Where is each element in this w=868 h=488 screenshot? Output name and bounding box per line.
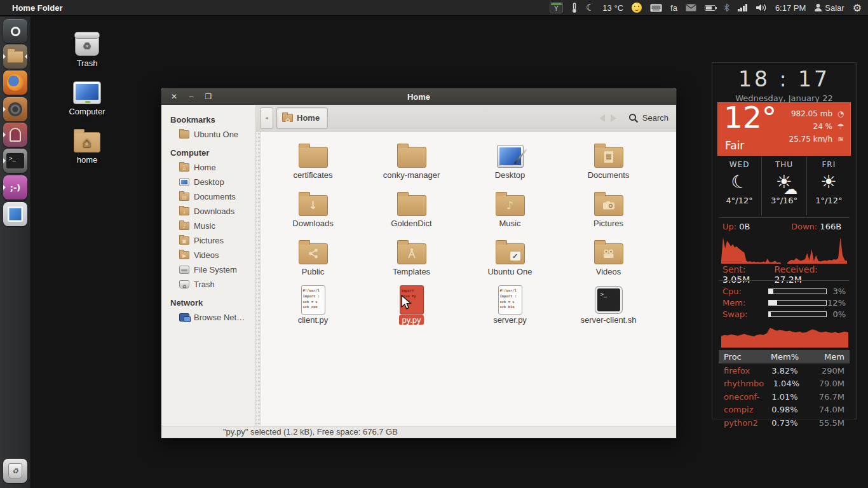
mail-icon[interactable] (686, 4, 696, 11)
sidebar-item-music[interactable]: ♪Music (161, 219, 255, 233)
file-item-desktop[interactable]: Desktop (461, 140, 559, 189)
home-folder-icon: ⌂ (282, 114, 293, 122)
file-item-pictures[interactable]: Pictures (559, 189, 658, 237)
keyboard-icon[interactable] (650, 4, 662, 12)
toolbar: ◂ ⌂ Home Search (256, 105, 676, 132)
wind-icon: ≋ (836, 133, 846, 146)
process-row: firefox3.82%290M (719, 365, 850, 376)
breadcrumb-home-button[interactable]: ⌂ Home (276, 107, 328, 129)
computer-monitor-icon (73, 81, 101, 104)
cpu-bar (768, 288, 827, 294)
sidebar-item-browse-network[interactable]: Browse Net… (161, 310, 255, 325)
forward-button[interactable] (611, 114, 616, 122)
drive-icon (179, 266, 189, 274)
user-name-label: Salar (825, 3, 844, 13)
conky-clock: 18 : 17 (712, 67, 856, 92)
search-button[interactable]: Search (628, 113, 668, 123)
upload-rate: 0B (739, 222, 750, 231)
file-item-goldendict[interactable]: GoldenDict (362, 189, 461, 237)
videos-folder-icon: ▶ (179, 251, 189, 259)
music-folder-icon: ♪ (496, 195, 525, 216)
moon-icon[interactable]: ☾ (586, 2, 594, 13)
file-item-client-py[interactable]: #!/usr/l import : sck = s sck conclient.… (264, 285, 362, 334)
search-label: Search (642, 113, 668, 123)
file-item-certificates[interactable]: certificates (264, 140, 362, 189)
keyboard-indicator-icon[interactable]: Y (550, 2, 563, 13)
desktop-icon-trash[interactable]: ♻ Trash (52, 32, 122, 68)
desktop-icon-label: Computer (69, 107, 105, 116)
mem-percent: 12% (827, 298, 846, 308)
breadcrumb-label: Home (297, 113, 320, 123)
dock-dash-home-button[interactable] (3, 19, 27, 43)
documents-folder-icon: ▤ (179, 193, 189, 201)
weather-emoji-icon[interactable] (632, 3, 642, 13)
back-button[interactable] (599, 114, 605, 122)
process-row: oneconf-1.01%76.7M (719, 391, 850, 402)
templates-folder-icon (397, 243, 426, 264)
file-item-templates[interactable]: Templates (362, 237, 461, 285)
sidebar-item-downloads[interactable]: ↓Downloads (161, 204, 255, 219)
weather-wind: 25.75 km/h (789, 135, 832, 144)
download-rate: 166B (820, 222, 841, 231)
swap-percent: 0% (832, 309, 846, 319)
dock-files-button[interactable] (3, 44, 27, 69)
sidebar-item-trash[interactable]: ♻Trash (161, 277, 255, 292)
desktop-icon-computer[interactable]: Computer (52, 81, 122, 116)
file-item-public[interactable]: Public (264, 237, 362, 285)
workspaces-icon (8, 207, 23, 222)
dock-firefox-button[interactable] (3, 71, 27, 95)
sidebar-item-documents[interactable]: ▤Documents (161, 189, 255, 204)
process-row: rhythmbo1.04%79.0M (719, 378, 850, 389)
documents-folder-icon (594, 147, 623, 168)
dock-trash-button[interactable]: ♻ (3, 459, 27, 483)
sidebar-item-ubuntu-one[interactable]: Ubuntu One (161, 127, 255, 142)
dock-music-player-button[interactable] (3, 97, 27, 121)
desktop-icon-home[interactable]: ⌂ home (52, 132, 122, 165)
dock-messenger-button[interactable]: ;-) (3, 175, 27, 200)
sidebar-item-file-system[interactable]: File System (161, 262, 255, 277)
file-item-server-py[interactable]: #!/usr/l import : sck = s sck binserver.… (461, 285, 559, 334)
network-signal-icon[interactable] (738, 4, 747, 11)
sidebar-item-videos[interactable]: ▶Videos (161, 248, 255, 262)
forecast-thursday: THU ☀☁ 3°/16° (761, 156, 806, 215)
weather-pressure: 982.05 mb (791, 109, 832, 118)
sidebar-item-home[interactable]: ⌂Home (161, 160, 255, 175)
search-icon (628, 113, 639, 123)
file-item-conky-manager[interactable]: conky-manager (362, 140, 461, 189)
window-titlebar[interactable]: ✕ – ❒ Home (161, 88, 676, 105)
pictures-folder-icon: ▣ (179, 236, 189, 245)
file-item-ubuntu-one[interactable]: ✓Ubuntu One (461, 237, 559, 285)
pathbar-scroll-button[interactable]: ◂ (260, 107, 273, 129)
folder-icon (7, 51, 24, 63)
file-item-videos[interactable]: Videos (559, 237, 658, 285)
user-menu[interactable]: Salar (814, 3, 844, 13)
file-item-server-client-sh[interactable]: >_server-client.sh (559, 285, 658, 334)
volume-icon[interactable] (756, 3, 767, 12)
upload-graph (721, 236, 781, 264)
thermometer-icon[interactable] (571, 3, 578, 13)
net-rate-row: Up: 0B Down: 166B (722, 222, 846, 231)
folder-icon (397, 147, 426, 168)
file-manager-window: ✕ – ❒ Home Bookmarks Ubuntu One Computer… (161, 88, 677, 438)
temperature-readout[interactable]: 13 °C (602, 3, 623, 13)
sidebar-item-pictures[interactable]: ▣Pictures (161, 233, 255, 248)
python-file-icon: #!/usr/l import : sck = s sck con (301, 285, 325, 315)
conky-widget: 18 : 17 Wednesday, January 22 12° Fair 9… (712, 62, 857, 419)
dock-dictionary-button[interactable] (3, 123, 27, 147)
sidebar-splitter-handle[interactable] (256, 132, 261, 426)
dock-terminal-button[interactable]: >_ (3, 149, 27, 173)
clock[interactable]: 6:17 PM (775, 3, 806, 13)
swap-bar (768, 311, 827, 317)
forecast-row: WED ☾ 4°/12° THU ☀☁ 3°/16° FRI ☀ 1°/12° (717, 156, 851, 215)
battery-icon[interactable] (705, 5, 715, 11)
file-item-downloads[interactable]: ↓Downloads (264, 189, 362, 237)
gear-icon[interactable]: ⚙ (853, 2, 862, 14)
system-meters: Cpu:3% Mem:12% Swap:0% (722, 285, 846, 320)
sidebar-item-desktop[interactable]: Desktop (161, 175, 255, 189)
videos-folder-icon (594, 243, 623, 264)
keyboard-layout-label[interactable]: fa (670, 3, 677, 13)
file-item-music[interactable]: ♪Music (461, 189, 559, 237)
dock-workspace-switcher-button[interactable] (3, 202, 27, 226)
file-item-documents[interactable]: Documents (559, 140, 658, 189)
bluetooth-icon[interactable] (724, 3, 729, 12)
